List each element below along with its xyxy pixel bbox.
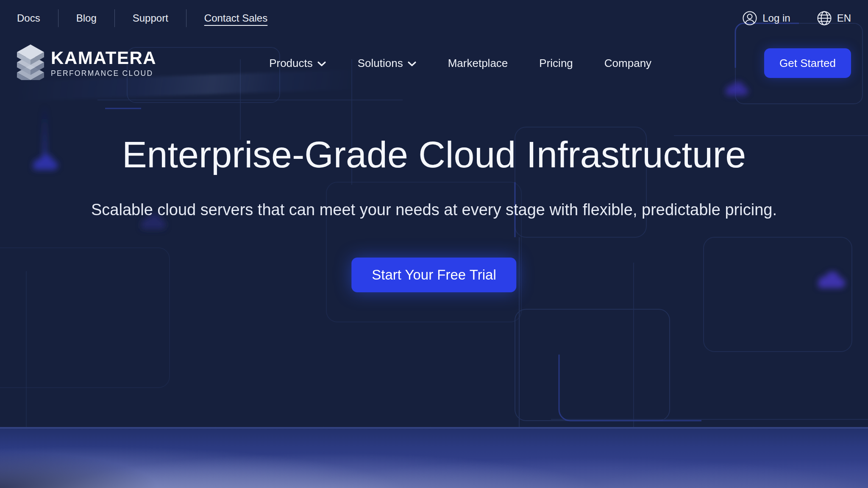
main-nav: KAMATERA PERFORMANCE CLOUD Products Solu… [17, 44, 851, 82]
chevron-down-icon [407, 57, 417, 70]
nav-item-label: Solutions [358, 57, 403, 70]
login-label: Log in [762, 12, 790, 24]
brand-tagline: PERFORMANCE CLOUD [51, 70, 156, 78]
chevron-down-icon [317, 57, 326, 70]
start-free-trial-button[interactable]: Start Your Free Trial [351, 258, 516, 292]
utility-link-contact-sales[interactable]: Contact Sales [186, 12, 285, 24]
language-label: EN [837, 12, 851, 24]
nav-item-label: Pricing [539, 57, 573, 70]
main-menu: Products Solutions Marketplace Pricing C… [156, 57, 764, 70]
kamatera-logo[interactable]: KAMATERA PERFORMANCE CLOUD [17, 44, 156, 82]
hero-title: Enterprise-Grade Cloud Infrastructure [0, 135, 868, 174]
nav-item-label: Products [269, 57, 313, 70]
logo-text: KAMATERA PERFORMANCE CLOUD [51, 49, 156, 78]
person-circle-icon [742, 11, 757, 26]
utility-nav-links: Docs Blog Support Contact Sales [17, 9, 285, 27]
utility-nav: Docs Blog Support Contact Sales Log in [17, 8, 851, 29]
get-started-button[interactable]: Get Started [764, 48, 851, 78]
nav-item-label: Company [604, 57, 651, 70]
nav-item-pricing[interactable]: Pricing [539, 57, 573, 70]
globe-icon [817, 11, 832, 26]
nav-item-label: Marketplace [448, 57, 508, 70]
nav-item-solutions[interactable]: Solutions [358, 57, 417, 70]
utility-link-docs[interactable]: Docs [17, 12, 58, 24]
language-selector[interactable]: EN [817, 11, 851, 26]
utility-link-support[interactable]: Support [115, 12, 186, 24]
page: { "brand": { "name": "KAMATERA", "taglin… [0, 0, 868, 488]
nav-item-company[interactable]: Company [604, 57, 651, 70]
hero-subtitle: Scalable cloud servers that can meet you… [0, 201, 868, 219]
utility-link-blog[interactable]: Blog [58, 12, 114, 24]
utility-nav-actions: Log in EN [742, 11, 851, 26]
login-button[interactable]: Log in [742, 11, 790, 26]
stacked-layers-icon [17, 44, 44, 82]
nav-item-marketplace[interactable]: Marketplace [448, 57, 508, 70]
nav-item-products[interactable]: Products [269, 57, 326, 70]
bottom-gradient-band [0, 427, 868, 488]
brand-name: KAMATERA [51, 49, 156, 67]
